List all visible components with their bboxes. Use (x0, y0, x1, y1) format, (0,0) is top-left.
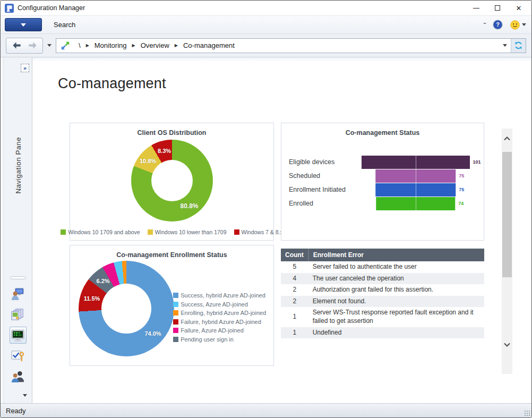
minimize-button[interactable]: — (466, 2, 487, 14)
panel-co-management-enrollment-status: Co-management Enrollment Status 74.0% 11… (70, 245, 274, 366)
funnel-category: Scheduled (289, 169, 351, 183)
chevron-down-icon (504, 343, 510, 347)
back-button[interactable] (8, 39, 24, 53)
address-dropdown-button[interactable] (499, 39, 511, 53)
forward-arrow-icon (28, 40, 38, 50)
feedback-caret-icon (522, 23, 526, 26)
slice-label: 6.2% (96, 278, 109, 284)
maximize-icon (495, 5, 500, 11)
workspace-assets-and-compliance[interactable] (10, 285, 27, 302)
donut-hole (151, 160, 193, 201)
software-library-icon (11, 308, 25, 322)
breadcrumb-item-monitoring[interactable]: Monitoring (90, 41, 131, 49)
history-dropdown-icon[interactable] (47, 44, 52, 47)
legend-item: Windows 10 lower than 1709 (148, 229, 227, 235)
enrollment-status-donut-chart[interactable]: 74.0% 11.5% 6.2% (79, 261, 174, 356)
slice-label: 8.3% (158, 148, 171, 154)
slice-label: 11.5% (84, 295, 100, 302)
status-bar: Ready (1, 403, 531, 417)
panel-enrollment-error-table: Count Enrollment Error 5Server failed to… (281, 245, 484, 366)
smiley-icon (510, 20, 520, 30)
funnel-value: 75 (459, 173, 464, 178)
table-row[interactable]: 1Server WS-Trust response reported fault… (281, 307, 484, 327)
resize-grip[interactable] (525, 411, 530, 416)
expand-navigation-pane-button[interactable]: » (21, 64, 29, 72)
legend-item: Failure, hybrid Azure AD-joined (173, 319, 266, 325)
legend-swatch (148, 229, 153, 235)
breadcrumb-item-co-management[interactable]: Co-management (179, 41, 239, 49)
breadcrumb-root[interactable]: \ (74, 41, 85, 49)
funnel-center-line (416, 156, 416, 210)
app-window: Configuration Manager — ✕ Search ˇ ? (0, 0, 532, 418)
legend-item: Pending user sign in (173, 336, 266, 343)
workspace-buttons (4, 276, 32, 385)
funnel-bars: 101 75 75 7 (351, 156, 479, 211)
legend-swatch (173, 310, 178, 315)
chart-title: Co-management Enrollment Status (70, 245, 273, 259)
legend-swatch (173, 328, 178, 333)
navigate-pin-icon (61, 41, 70, 50)
funnel-category: Eligible devices (289, 156, 351, 169)
app-menu-button[interactable] (5, 18, 42, 31)
tab-search[interactable]: Search (54, 21, 484, 29)
forward-button[interactable] (24, 39, 40, 53)
column-header-count[interactable]: Count (281, 249, 308, 261)
refresh-button[interactable] (511, 39, 526, 53)
window-title: Configuration Manager (18, 4, 466, 12)
history-nav-buttons (6, 38, 43, 54)
table-row[interactable]: 2Element not found. (281, 296, 484, 308)
ribbon-collapse-icon[interactable]: ˇ (484, 22, 486, 28)
table-row[interactable]: 1Undefined (281, 327, 484, 339)
page-title: Co-management (58, 75, 531, 92)
table-row[interactable]: 5Server failed to authenticate the user (281, 261, 484, 273)
legend-item: Enrolling, hybrid Azure AD-joined (173, 310, 266, 316)
scroll-up-button[interactable] (502, 134, 512, 143)
panel-co-management-status: Co-management Status Eligible devices Sc… (281, 123, 484, 241)
breadcrumb-item-overview[interactable]: Overview (136, 41, 174, 49)
back-arrow-icon (12, 40, 22, 50)
chart-title: Co-management Status (281, 123, 484, 137)
table-row[interactable]: 4The user canceled the operation (281, 273, 484, 285)
scrollbar-thumb[interactable] (502, 152, 512, 277)
content-top-band (32, 57, 531, 62)
ribbon-right-controls: ˇ ? (484, 19, 526, 30)
main-content: Co-management Client OS Distribution 80.… (32, 57, 531, 403)
legend-swatch (173, 302, 178, 307)
help-icon[interactable]: ? (492, 19, 503, 30)
workspace-monitoring[interactable] (10, 327, 27, 344)
funnel-category: Enrolled (289, 197, 351, 211)
close-button[interactable]: ✕ (508, 2, 529, 14)
workspace-splitter-grip[interactable] (10, 276, 26, 279)
chevron-up-icon (504, 137, 510, 141)
vertical-scrollbar[interactable] (502, 129, 512, 374)
workspace-community[interactable] (10, 368, 27, 385)
table-row[interactable]: 2Authorization grant failed for this ass… (281, 284, 484, 296)
scroll-down-button[interactable] (502, 340, 512, 349)
breadcrumb-separator-icon[interactable]: ▶ (131, 43, 136, 48)
address-dropdown-icon (503, 44, 507, 47)
client-os-donut-chart[interactable]: 80.8% 10.8% 8.3% (131, 140, 213, 221)
breadcrumb-separator-icon[interactable]: ▶ (85, 43, 90, 48)
navigation-pane-collapsed: » Navigation Pane (4, 57, 32, 403)
legend-swatch (173, 293, 178, 298)
maximize-button[interactable] (487, 2, 508, 14)
funnel-value: 101 (473, 159, 481, 165)
legend-item: Failure, Azure AD-joined (173, 327, 266, 334)
legend-item: Windows 10 1709 and above (61, 229, 140, 235)
client-os-legend: Windows 10 1709 and above Windows 10 low… (70, 229, 273, 235)
navigation-pane-label[interactable]: Navigation Pane (14, 137, 22, 194)
app-menu-caret-icon (21, 23, 26, 27)
svg-text:?: ? (496, 21, 500, 28)
ribbon-tab-row: Search ˇ ? (1, 15, 531, 33)
breadcrumb: \ ▶ Monitoring ▶ Overview ▶ Co-managemen… (56, 38, 526, 53)
legend-swatch (234, 229, 239, 235)
workspace-overflow-caret-icon[interactable] (23, 394, 27, 397)
workspace-administration[interactable] (10, 347, 27, 364)
workspace-software-library[interactable] (10, 306, 27, 323)
legend-item: Windows 7 & 8.x (234, 229, 283, 235)
breadcrumb-separator-icon[interactable]: ▶ (174, 43, 179, 48)
legend-item: Success, hybrid Azure AD-joined (173, 292, 266, 298)
column-header-enrollment-error[interactable]: Enrollment Error (308, 249, 484, 261)
feedback-button[interactable] (510, 20, 526, 30)
funnel-value: 74 (458, 201, 464, 206)
